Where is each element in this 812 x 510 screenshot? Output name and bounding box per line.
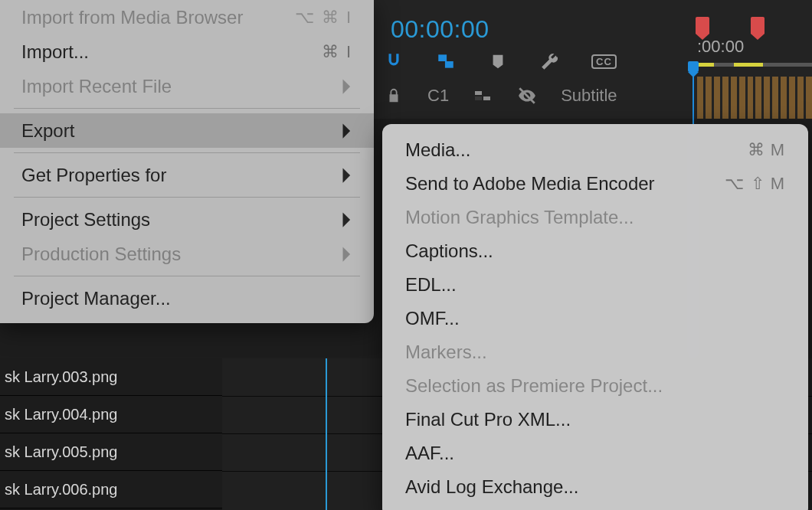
lock-icon[interactable] (383, 85, 404, 106)
menu-label: Avid Log Exchange... (405, 476, 578, 498)
export-edl[interactable]: EDL... (382, 268, 808, 302)
marker-icon[interactable] (487, 51, 509, 72)
menu-label: Import from Media Browser (21, 7, 243, 28)
menu-import-recent-file: Import Recent File (0, 69, 374, 103)
chevron-right-icon (342, 123, 352, 139)
playhead-timecode[interactable]: 00:00:00 (391, 15, 489, 44)
export-motion-graphics-template: Motion Graphics Template... (382, 201, 808, 234)
menu-label: OMF... (405, 308, 460, 329)
menu-label: Motion Graphics Template... (405, 207, 634, 228)
menu-import-from-media-browser: Import from Media Browser ⌥ ⌘ I (0, 0, 374, 34)
menu-label: Send to Adobe Media Encoder (405, 173, 655, 195)
list-item[interactable]: sk Larry.006.png (0, 471, 222, 508)
export-captions[interactable]: Captions... (382, 234, 808, 268)
menu-label: Markers... (405, 342, 487, 363)
linked-selection-icon[interactable] (435, 51, 457, 72)
menu-import[interactable]: Import... ⌘ I (0, 34, 374, 69)
menu-label: Import Recent File (21, 76, 172, 97)
svg-rect-1 (445, 61, 453, 68)
chevron-right-icon (342, 78, 352, 95)
timeline-playhead-line (326, 358, 327, 510)
chevron-right-icon (342, 211, 352, 228)
menu-label: EDL... (405, 274, 457, 296)
snap-icon[interactable] (383, 51, 404, 72)
menu-separator (14, 108, 360, 109)
captions-toggle-icon[interactable]: CC (591, 54, 617, 69)
svg-rect-3 (483, 96, 490, 100)
export-omf[interactable]: OMF... (382, 302, 808, 335)
menu-get-properties-for[interactable]: Get Properties for (0, 158, 374, 192)
visibility-off-icon[interactable] (516, 85, 538, 106)
menu-label: Production Settings (21, 244, 181, 265)
list-item[interactable]: sk Larry.005.png (0, 433, 222, 471)
menu-shortcut: ⌘ M (748, 140, 785, 160)
ruler-time-label: :00:00 (697, 37, 744, 57)
svg-rect-4 (475, 96, 482, 100)
chevron-right-icon (342, 246, 352, 263)
wrench-icon[interactable] (539, 51, 561, 72)
export-final-cut-pro-xml[interactable]: Final Cut Pro XML... (382, 403, 808, 436)
menu-export[interactable]: Export (0, 113, 374, 148)
export-selection-as-premiere-project: Selection as Premiere Project... (382, 369, 808, 403)
menu-shortcut: ⌘ I (322, 42, 352, 62)
menu-label: Export (21, 120, 74, 142)
menu-label: Selection as Premiere Project... (405, 375, 663, 397)
file-name-label: sk Larry.006.png (5, 481, 118, 499)
audio-waveform-strip (697, 77, 812, 119)
marker-red-2[interactable] (751, 17, 765, 34)
menu-label: AAF... (405, 443, 454, 464)
export-send-to-ame[interactable]: Send to Adobe Media Encoder ⌥ ⇧ M (382, 167, 808, 201)
list-item[interactable]: sk Larry.004.png (0, 396, 222, 433)
track-c1-label[interactable]: C1 (427, 86, 449, 106)
export-markers: Markers... (382, 335, 808, 369)
menu-separator (14, 152, 360, 153)
menu-project-settings[interactable]: Project Settings (0, 202, 374, 237)
menu-production-settings: Production Settings (0, 237, 374, 271)
menu-label: Project Manager... (21, 288, 171, 309)
playhead-handle[interactable] (688, 61, 699, 72)
file-name-label: sk Larry.005.png (5, 443, 118, 461)
svg-rect-2 (475, 91, 482, 95)
menu-label: Captions... (405, 240, 493, 262)
svg-rect-0 (438, 54, 447, 61)
menu-label: Media... (405, 139, 470, 161)
menu-label: Get Properties for (21, 165, 166, 186)
list-item[interactable]: sk Larry.003.png (0, 358, 222, 396)
menu-shortcut: ⌥ ⌘ I (295, 8, 352, 28)
menu-label: Project Settings (21, 209, 150, 230)
export-avid-log-exchange[interactable]: Avid Log Exchange... (382, 470, 808, 504)
menu-shortcut: ⌥ ⇧ M (725, 174, 785, 194)
timeline-toolbar: CC (383, 46, 617, 77)
export-media[interactable]: Media... ⌘ M (382, 133, 808, 167)
source-patch-icon[interactable] (472, 85, 493, 106)
subtitle-track-label[interactable]: Subtitle (561, 86, 617, 106)
export-aaf[interactable]: AAF... (382, 436, 808, 470)
project-file-list: sk Larry.003.png sk Larry.004.png sk Lar… (0, 358, 222, 508)
menu-project-manager[interactable]: Project Manager... (0, 281, 374, 315)
file-name-label: sk Larry.003.png (5, 368, 118, 386)
menu-separator (14, 276, 360, 276)
marker-red-1[interactable] (696, 17, 709, 34)
in-out-range-2[interactable] (734, 63, 763, 67)
file-name-label: sk Larry.004.png (5, 406, 118, 423)
file-menu: Import from Media Browser ⌥ ⌘ I Import..… (0, 0, 374, 323)
export-submenu: Media... ⌘ M Send to Adobe Media Encoder… (382, 124, 808, 510)
menu-label: Import... (21, 41, 89, 63)
track-toolbar: C1 Subtitle (383, 80, 617, 111)
chevron-right-icon (342, 167, 352, 184)
menu-separator (14, 197, 360, 198)
menu-label: Final Cut Pro XML... (405, 409, 571, 430)
